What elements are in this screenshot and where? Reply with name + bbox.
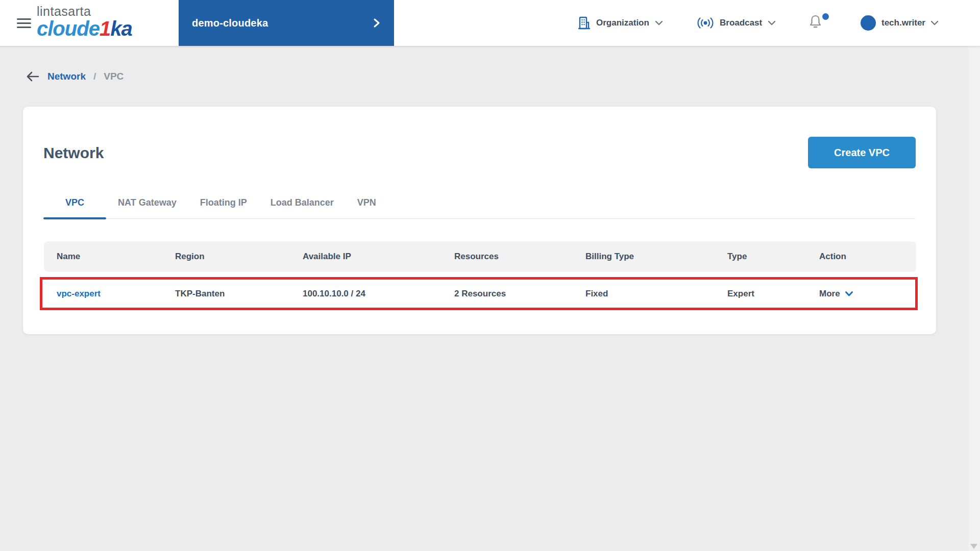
vpc-table: Name Region Available IP Resources Billi… <box>40 241 918 310</box>
user-menu[interactable]: tech.writer <box>881 0 939 46</box>
logo-lintasarta-text: lintasarta <box>37 5 132 18</box>
breadcrumb-network-link[interactable]: Network <box>47 71 86 82</box>
scroll-down-arrow-icon[interactable] <box>970 544 977 549</box>
broadcast-icon <box>696 17 715 29</box>
tab-nat-gateway[interactable]: NAT Gateway <box>106 189 188 219</box>
column-header-resources: Resources <box>454 252 585 262</box>
app-logo: lintasarta cloude1ka <box>37 5 132 39</box>
breadcrumb: Network / VPC <box>26 70 124 83</box>
vpc-type: Expert <box>727 289 819 299</box>
column-header-available-ip: Available IP <box>303 252 454 262</box>
tab-vpn[interactable]: VPN <box>346 189 388 219</box>
hamburger-menu-icon[interactable] <box>17 18 31 29</box>
vertical-scrollbar[interactable] <box>968 0 980 551</box>
organization-menu[interactable]: Organization <box>577 0 664 46</box>
username-label: tech.writer <box>881 18 925 28</box>
chevron-right-icon <box>373 17 381 29</box>
notification-dot <box>822 13 829 20</box>
column-header-action: Action <box>819 252 916 262</box>
vpc-available-ip: 100.10.10.0 / 24 <box>303 289 454 299</box>
column-header-type: Type <box>727 252 819 262</box>
bell-icon <box>808 14 822 30</box>
chevron-down-icon <box>930 20 939 26</box>
page-title: Network <box>43 144 104 162</box>
back-arrow-icon[interactable] <box>26 70 40 83</box>
more-actions-button[interactable]: More <box>819 289 915 299</box>
tab-vpc[interactable]: VPC <box>43 189 106 219</box>
logo-cloudeka-text: cloude1ka <box>37 18 132 39</box>
top-header: lintasarta cloude1ka demo-cloudeka Organ… <box>0 0 980 46</box>
network-card: Network Create VPC VPC NAT Gateway Float… <box>23 107 936 334</box>
user-avatar[interactable] <box>861 15 876 31</box>
more-label: More <box>819 289 840 299</box>
broadcast-menu[interactable]: Broadcast <box>696 0 776 46</box>
table-header-row: Name Region Available IP Resources Billi… <box>44 241 916 272</box>
column-header-region: Region <box>175 252 303 262</box>
breadcrumb-current: VPC <box>104 71 124 82</box>
breadcrumb-separator: / <box>93 71 96 82</box>
vpc-region: TKP-Banten <box>175 289 303 299</box>
vpc-resources: 2 Resources <box>454 289 585 299</box>
tab-bar: VPC NAT Gateway Floating IP Load Balance… <box>43 189 915 219</box>
notifications-button[interactable] <box>808 14 829 33</box>
tab-floating-ip[interactable]: Floating IP <box>188 189 259 219</box>
broadcast-label: Broadcast <box>720 18 762 28</box>
column-header-name: Name <box>57 252 175 262</box>
create-vpc-button[interactable]: Create VPC <box>808 137 916 168</box>
project-name: demo-cloudeka <box>192 17 268 29</box>
column-header-billing-type: Billing Type <box>585 252 727 262</box>
vpc-name-link[interactable]: vpc-expert <box>57 289 175 299</box>
more-chevron-down-icon <box>845 291 853 297</box>
building-icon <box>577 16 591 30</box>
chevron-down-icon <box>767 20 776 26</box>
tab-load-balancer[interactable]: Load Balancer <box>259 189 346 219</box>
project-selector[interactable]: demo-cloudeka <box>179 0 394 46</box>
organization-label: Organization <box>596 18 649 28</box>
chevron-down-icon <box>654 20 664 26</box>
vpc-billing-type: Fixed <box>585 289 727 299</box>
table-row-highlighted[interactable]: vpc-expert TKP-Banten 100.10.10.0 / 24 2… <box>40 277 918 310</box>
